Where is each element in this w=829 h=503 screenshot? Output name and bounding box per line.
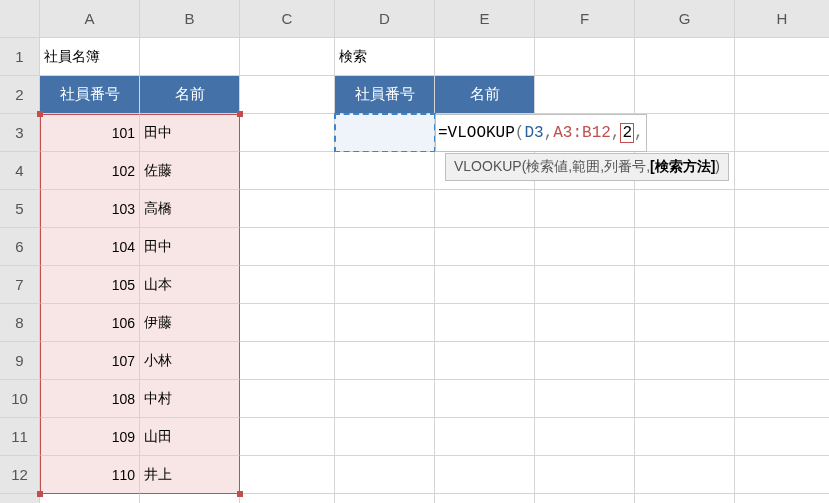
cell-C4[interactable] xyxy=(240,152,335,190)
cell-D9[interactable] xyxy=(335,342,435,380)
cell-B5[interactable]: 高橋 xyxy=(140,190,240,228)
cell-B10[interactable]: 中村 xyxy=(140,380,240,418)
cell-C2[interactable] xyxy=(240,76,335,114)
cell-H11[interactable] xyxy=(735,418,829,456)
cell-E5[interactable] xyxy=(435,190,535,228)
cell-A4[interactable]: 102 xyxy=(40,152,140,190)
cell-D8[interactable] xyxy=(335,304,435,342)
cell-E6[interactable] xyxy=(435,228,535,266)
cell-D1[interactable]: 検索 xyxy=(335,38,435,76)
row-header-3[interactable]: 3 xyxy=(0,114,40,152)
cell-G10[interactable] xyxy=(635,380,735,418)
col-header-B[interactable]: B xyxy=(140,0,240,38)
cell-B12[interactable]: 井上 xyxy=(140,456,240,494)
cell-E10[interactable] xyxy=(435,380,535,418)
cell-B1[interactable] xyxy=(140,38,240,76)
cell-H12[interactable] xyxy=(735,456,829,494)
cell-G3[interactable] xyxy=(635,114,735,152)
cell-C10[interactable] xyxy=(240,380,335,418)
cell-H2[interactable] xyxy=(735,76,829,114)
cell-H9[interactable] xyxy=(735,342,829,380)
cell-A8[interactable]: 106 xyxy=(40,304,140,342)
cell-F2[interactable] xyxy=(535,76,635,114)
cell-G9[interactable] xyxy=(635,342,735,380)
cell-B3[interactable]: 田中 xyxy=(140,114,240,152)
cell-D2[interactable]: 社員番号 xyxy=(335,76,435,114)
cell-A9[interactable]: 107 xyxy=(40,342,140,380)
cell-E7[interactable] xyxy=(435,266,535,304)
cell-F10[interactable] xyxy=(535,380,635,418)
cell-H3[interactable] xyxy=(735,114,829,152)
cell-D13[interactable] xyxy=(335,494,435,503)
col-header-F[interactable]: F xyxy=(535,0,635,38)
cell-A11[interactable]: 109 xyxy=(40,418,140,456)
cell-D7[interactable] xyxy=(335,266,435,304)
row-header-12[interactable]: 12 xyxy=(0,456,40,494)
cell-E12[interactable] xyxy=(435,456,535,494)
cell-F7[interactable] xyxy=(535,266,635,304)
cell-A7[interactable]: 105 xyxy=(40,266,140,304)
cell-A13[interactable] xyxy=(40,494,140,503)
cell-H1[interactable] xyxy=(735,38,829,76)
cell-H4[interactable] xyxy=(735,152,829,190)
cell-G6[interactable] xyxy=(635,228,735,266)
row-header-8[interactable]: 8 xyxy=(0,304,40,342)
cell-B7[interactable]: 山本 xyxy=(140,266,240,304)
row-header-2[interactable]: 2 xyxy=(0,76,40,114)
col-header-A[interactable]: A xyxy=(40,0,140,38)
search-input-cell[interactable] xyxy=(335,114,435,152)
cell-E11[interactable] xyxy=(435,418,535,456)
cell-D12[interactable] xyxy=(335,456,435,494)
cell-G8[interactable] xyxy=(635,304,735,342)
cell-D6[interactable] xyxy=(335,228,435,266)
cell-H13[interactable] xyxy=(735,494,829,503)
cell-C3[interactable] xyxy=(240,114,335,152)
cell-G7[interactable] xyxy=(635,266,735,304)
cell-B2[interactable]: 名前 xyxy=(140,76,240,114)
cell-C1[interactable] xyxy=(240,38,335,76)
range-handle[interactable] xyxy=(37,491,43,497)
cell-A12[interactable]: 110 xyxy=(40,456,140,494)
cell-F6[interactable] xyxy=(535,228,635,266)
row-header-6[interactable]: 6 xyxy=(0,228,40,266)
cell-A2[interactable]: 社員番号 xyxy=(40,76,140,114)
cell-G12[interactable] xyxy=(635,456,735,494)
cell-C12[interactable] xyxy=(240,456,335,494)
cell-B8[interactable]: 伊藤 xyxy=(140,304,240,342)
row-header-7[interactable]: 7 xyxy=(0,266,40,304)
cell-A1[interactable]: 社員名簿 xyxy=(40,38,140,76)
cell-C7[interactable] xyxy=(240,266,335,304)
cell-E8[interactable] xyxy=(435,304,535,342)
cell-E1[interactable] xyxy=(435,38,535,76)
cell-H6[interactable] xyxy=(735,228,829,266)
cell-B11[interactable]: 山田 xyxy=(140,418,240,456)
cell-H5[interactable] xyxy=(735,190,829,228)
cell-C6[interactable] xyxy=(240,228,335,266)
cell-A5[interactable]: 103 xyxy=(40,190,140,228)
col-header-H[interactable]: H xyxy=(735,0,829,38)
cell-C13[interactable] xyxy=(240,494,335,503)
cell-B6[interactable]: 田中 xyxy=(140,228,240,266)
cell-C8[interactable] xyxy=(240,304,335,342)
cell-D5[interactable] xyxy=(335,190,435,228)
cell-D4[interactable] xyxy=(335,152,435,190)
row-header-5[interactable]: 5 xyxy=(0,190,40,228)
formula-edit-overlay[interactable]: = VLOOKUP ( D3 , A3:B12 , 2 , xyxy=(435,114,647,152)
col-header-E[interactable]: E xyxy=(435,0,535,38)
cell-F12[interactable] xyxy=(535,456,635,494)
cell-E9[interactable] xyxy=(435,342,535,380)
cell-F5[interactable] xyxy=(535,190,635,228)
cell-H8[interactable] xyxy=(735,304,829,342)
cell-E13[interactable] xyxy=(435,494,535,503)
cell-F13[interactable] xyxy=(535,494,635,503)
cell-A6[interactable]: 104 xyxy=(40,228,140,266)
row-header-13[interactable]: 13 xyxy=(0,494,40,503)
cell-C9[interactable] xyxy=(240,342,335,380)
col-header-D[interactable]: D xyxy=(335,0,435,38)
cell-H7[interactable] xyxy=(735,266,829,304)
cell-H10[interactable] xyxy=(735,380,829,418)
range-handle[interactable] xyxy=(37,111,43,117)
cell-A10[interactable]: 108 xyxy=(40,380,140,418)
cell-G11[interactable] xyxy=(635,418,735,456)
cell-D10[interactable] xyxy=(335,380,435,418)
